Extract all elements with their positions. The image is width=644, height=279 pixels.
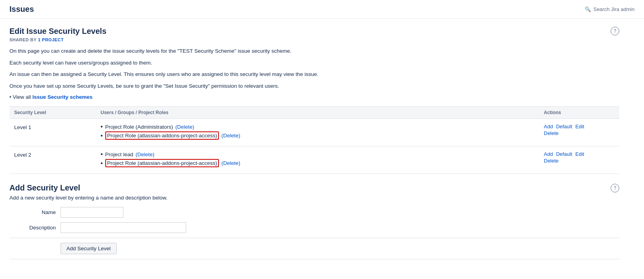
name-input[interactable] [61, 207, 123, 218]
default-link[interactable]: Default [556, 124, 572, 129]
actions-inner: Add Default Edit Delete [544, 124, 584, 136]
role-entry: • Project Role (atlassian-addons-project… [101, 159, 544, 167]
submit-row: Add Security Level [9, 238, 619, 259]
issue-security-schemes-link[interactable]: Issue Security schemes [33, 94, 93, 100]
actions-row-1: Add Default Edit [544, 151, 584, 157]
table-row: Level 1 • Project Role (Administrators) … [9, 119, 619, 146]
actions-row-2: Delete [544, 130, 584, 136]
header-users: Users / Groups / Project Roles [101, 110, 544, 115]
delete-link[interactable]: (Delete) [221, 133, 240, 139]
search-label: Search Jira admin [593, 6, 635, 12]
top-bar: Issues 🔍 Search Jira admin [0, 0, 644, 19]
add-section-description: Add a new security level by entering a n… [9, 195, 619, 201]
security-levels-table: Security Level Users / Groups / Project … [9, 106, 619, 174]
add-section-heading: Add Security Level ? [9, 183, 619, 192]
help-icon-add[interactable]: ? [611, 184, 619, 192]
add-link[interactable]: Add [544, 151, 553, 157]
search-icon: 🔍 [585, 6, 591, 12]
header-level: Security Level [14, 110, 101, 115]
add-section-title: Add Security Level [9, 183, 80, 192]
delete-level-link[interactable]: Delete [544, 130, 559, 136]
shared-prefix: SHARED BY [9, 37, 37, 42]
actions-row-2: Delete [544, 158, 584, 164]
bullet-icon: • [101, 124, 103, 130]
help-icon-top[interactable]: ? [611, 27, 619, 35]
edit-link[interactable]: Edit [575, 151, 584, 157]
desc-line-3: An issue can then be assigned a Security… [9, 70, 619, 79]
add-link[interactable]: Add [544, 124, 553, 129]
description-form-row: Description [9, 222, 619, 233]
level-2-actions: Add Default Edit Delete [544, 151, 615, 164]
role-text: Project Role (Administrators) [105, 124, 173, 130]
view-link-prefix: • View all [9, 94, 33, 100]
search-jira-admin[interactable]: 🔍 Search Jira admin [585, 6, 635, 12]
page-heading-issues: Issues [9, 5, 34, 14]
role-text: Project lead [105, 152, 133, 157]
delete-level-link[interactable]: Delete [544, 158, 559, 164]
table-header: Security Level Users / Groups / Project … [9, 107, 619, 119]
level-1-name: Level 1 [14, 124, 101, 130]
bullet-icon: • [101, 133, 103, 139]
desc-line-4: Once you have set up some Security Level… [9, 82, 619, 91]
shared-badge: SHARED BY 1 PROJECT [9, 37, 619, 42]
edit-heading-row: Edit Issue Security Levels ? [9, 27, 619, 36]
role-entry: • Project Role (Administrators) (Delete) [101, 124, 544, 130]
bullet-icon: • [101, 160, 103, 166]
delete-link[interactable]: (Delete) [175, 124, 194, 130]
default-link[interactable]: Default [556, 151, 572, 157]
highlighted-role: Project Role (atlassian-addons-project-a… [105, 131, 219, 140]
level-2-name: Level 2 [14, 151, 101, 158]
name-label: Name [9, 209, 61, 215]
level-1-users: • Project Role (Administrators) (Delete)… [101, 124, 544, 141]
level-2-users: • Project lead (Delete) • Project Role (… [101, 151, 544, 169]
name-form-row: Name [9, 207, 619, 218]
bullet-icon: • [101, 151, 103, 157]
highlighted-role: Project Role (atlassian-addons-project-a… [105, 159, 219, 167]
role-entry: • Project lead (Delete) [101, 151, 544, 157]
delete-link[interactable]: (Delete) [136, 152, 154, 157]
add-security-level-button[interactable]: Add Security Level [61, 243, 117, 254]
main-content: Edit Issue Security Levels ? SHARED BY 1… [0, 19, 629, 267]
desc-line-1: On this page you can create and delete t… [9, 47, 619, 55]
header-actions: Actions [544, 110, 615, 115]
description-label: Description [9, 225, 61, 231]
description-input[interactable] [61, 222, 186, 233]
view-link-row: • View all Issue Security schemes [9, 94, 619, 100]
role-entry: • Project Role (atlassian-addons-project… [101, 131, 544, 140]
page-title: Edit Issue Security Levels [9, 27, 106, 36]
shared-project-link[interactable]: 1 PROJECT [38, 37, 64, 42]
actions-row-1: Add Default Edit [544, 124, 584, 129]
role-text: Project Role (atlassian-addons-project-a… [107, 133, 217, 139]
edit-link[interactable]: Edit [575, 124, 584, 129]
table-row: Level 2 • Project lead (Delete) • Projec… [9, 146, 619, 174]
actions-inner: Add Default Edit Delete [544, 151, 584, 164]
desc-line-2: Each security level can have users/group… [9, 59, 619, 67]
level-1-actions: Add Default Edit Delete [544, 124, 615, 136]
role-text: Project Role (atlassian-addons-project-a… [107, 160, 217, 166]
delete-link[interactable]: (Delete) [221, 160, 240, 166]
